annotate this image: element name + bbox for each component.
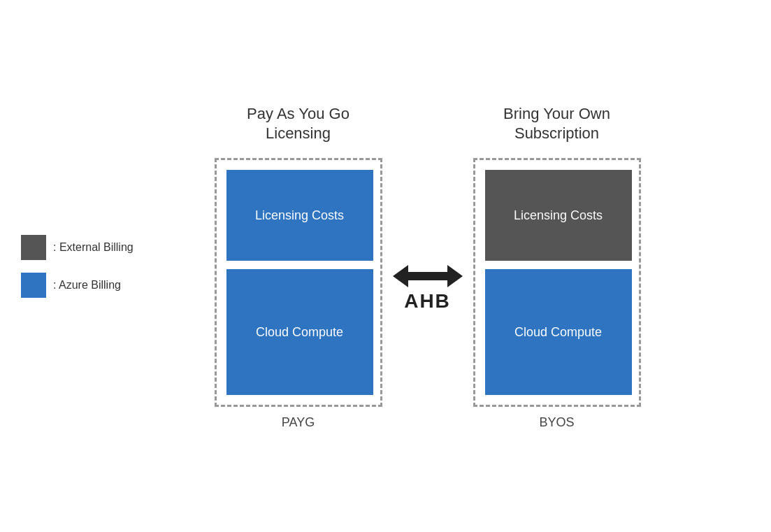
- block-licensing-costs-byos: Licensing Costs: [485, 170, 632, 261]
- column-payg: Pay As You GoLicensing Licensing Costs C…: [215, 102, 382, 430]
- legend-box-external: [21, 235, 46, 260]
- block-licensing-costs-payg: Licensing Costs: [226, 170, 373, 261]
- double-arrow-icon: [393, 262, 463, 290]
- legend-box-azure: [21, 273, 46, 298]
- block-cloud-compute-byos: Cloud Compute: [485, 269, 632, 395]
- dashed-box-byos: Licensing Costs Cloud Compute: [473, 158, 641, 407]
- legend-item-external: : External Billing: [21, 235, 134, 260]
- legend-label-azure: : Azure Billing: [53, 279, 121, 292]
- column-label-payg: PAYG: [282, 415, 315, 430]
- svg-marker-0: [393, 265, 463, 287]
- column-title-payg: Pay As You GoLicensing: [247, 102, 350, 144]
- column-label-byos: BYOS: [539, 415, 574, 430]
- ahb-arrow: AHB: [382, 262, 473, 312]
- columns-wrapper: Pay As You GoLicensing Licensing Costs C…: [215, 102, 641, 430]
- diagram-container: : External Billing : Azure Billing Pay A…: [0, 0, 771, 532]
- dashed-box-payg: Licensing Costs Cloud Compute: [215, 158, 382, 407]
- legend-item-azure: : Azure Billing: [21, 273, 134, 298]
- column-byos: Bring Your OwnSubscription Licensing Cos…: [473, 102, 641, 430]
- legend-label-external: : External Billing: [53, 241, 134, 254]
- block-cloud-compute-payg: Cloud Compute: [226, 269, 373, 395]
- column-title-byos: Bring Your OwnSubscription: [503, 102, 610, 144]
- ahb-label: AHB: [404, 290, 451, 312]
- legend: : External Billing : Azure Billing: [21, 235, 134, 298]
